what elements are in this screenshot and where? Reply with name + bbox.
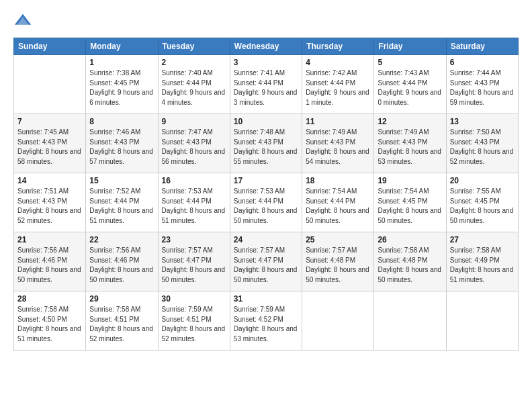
calendar-cell: 16Sunrise: 7:53 AMSunset: 4:44 PMDayligh… <box>158 173 230 232</box>
calendar-cell: 29Sunrise: 7:58 AMSunset: 4:51 PMDayligh… <box>86 291 158 351</box>
day-info: Sunrise: 7:44 AMSunset: 4:43 PMDaylight:… <box>450 68 515 107</box>
calendar-cell: 24Sunrise: 7:57 AMSunset: 4:47 PMDayligh… <box>230 232 302 291</box>
calendar-cell: 21Sunrise: 7:56 AMSunset: 4:46 PMDayligh… <box>14 232 86 291</box>
header-friday: Friday <box>374 38 446 55</box>
day-info: Sunrise: 7:55 AMSunset: 4:45 PMDaylight:… <box>450 187 515 226</box>
day-info: Sunrise: 7:45 AMSunset: 4:43 PMDaylight:… <box>17 128 82 167</box>
day-number: 30 <box>162 294 226 304</box>
day-info: Sunrise: 7:47 AMSunset: 4:43 PMDaylight:… <box>162 128 226 167</box>
calendar-cell: 18Sunrise: 7:54 AMSunset: 4:44 PMDayligh… <box>302 173 374 232</box>
calendar-cell <box>14 55 86 114</box>
day-info: Sunrise: 7:42 AMSunset: 4:44 PMDaylight:… <box>306 68 370 107</box>
day-info: Sunrise: 7:53 AMSunset: 4:44 PMDaylight:… <box>162 187 226 226</box>
day-info: Sunrise: 7:49 AMSunset: 4:43 PMDaylight:… <box>306 128 370 167</box>
calendar-cell: 1Sunrise: 7:38 AMSunset: 4:45 PMDaylight… <box>86 55 158 114</box>
day-number: 26 <box>378 235 442 244</box>
day-number: 6 <box>450 58 515 67</box>
day-number: 5 <box>378 58 442 67</box>
day-info: Sunrise: 7:57 AMSunset: 4:48 PMDaylight:… <box>306 246 370 285</box>
day-info: Sunrise: 7:50 AMSunset: 4:43 PMDaylight:… <box>450 128 515 167</box>
week-row-5: 28Sunrise: 7:58 AMSunset: 4:50 PMDayligh… <box>14 291 519 351</box>
day-number: 19 <box>378 176 442 185</box>
day-number: 15 <box>89 176 154 185</box>
day-number: 2 <box>162 58 226 67</box>
day-number: 12 <box>378 117 442 126</box>
day-number: 10 <box>234 117 298 126</box>
logo <box>13 12 35 31</box>
day-info: Sunrise: 7:59 AMSunset: 4:52 PMDaylight:… <box>234 305 298 344</box>
day-number: 3 <box>234 58 298 67</box>
calendar-cell: 4Sunrise: 7:42 AMSunset: 4:44 PMDaylight… <box>302 55 374 114</box>
day-number: 14 <box>17 176 82 185</box>
day-info: Sunrise: 7:54 AMSunset: 4:44 PMDaylight:… <box>306 187 370 226</box>
day-info: Sunrise: 7:52 AMSunset: 4:44 PMDaylight:… <box>89 187 154 226</box>
header-tuesday: Tuesday <box>158 38 230 55</box>
header-sunday: Sunday <box>14 38 86 55</box>
day-info: Sunrise: 7:46 AMSunset: 4:43 PMDaylight:… <box>89 128 154 167</box>
calendar-cell: 27Sunrise: 7:58 AMSunset: 4:49 PMDayligh… <box>446 232 518 291</box>
day-info: Sunrise: 7:49 AMSunset: 4:43 PMDaylight:… <box>378 128 442 167</box>
calendar-cell <box>374 291 446 351</box>
calendar-header-row: SundayMondayTuesdayWednesdayThursdayFrid… <box>14 38 519 55</box>
calendar-cell: 31Sunrise: 7:59 AMSunset: 4:52 PMDayligh… <box>230 291 302 351</box>
day-info: Sunrise: 7:53 AMSunset: 4:44 PMDaylight:… <box>234 187 298 226</box>
header-monday: Monday <box>86 38 158 55</box>
day-info: Sunrise: 7:56 AMSunset: 4:46 PMDaylight:… <box>17 246 82 285</box>
day-number: 11 <box>306 117 370 126</box>
calendar-cell: 19Sunrise: 7:54 AMSunset: 4:45 PMDayligh… <box>374 173 446 232</box>
day-number: 17 <box>234 176 298 185</box>
day-number: 7 <box>17 117 82 126</box>
day-number: 28 <box>17 294 82 304</box>
calendar-cell: 26Sunrise: 7:58 AMSunset: 4:48 PMDayligh… <box>374 232 446 291</box>
day-number: 24 <box>234 235 298 244</box>
calendar-cell: 30Sunrise: 7:59 AMSunset: 4:51 PMDayligh… <box>158 291 230 351</box>
calendar-cell: 14Sunrise: 7:51 AMSunset: 4:43 PMDayligh… <box>14 173 86 232</box>
day-info: Sunrise: 7:43 AMSunset: 4:44 PMDaylight:… <box>378 68 442 107</box>
calendar-cell: 22Sunrise: 7:56 AMSunset: 4:46 PMDayligh… <box>86 232 158 291</box>
day-info: Sunrise: 7:58 AMSunset: 4:48 PMDaylight:… <box>378 246 442 285</box>
calendar-cell: 25Sunrise: 7:57 AMSunset: 4:48 PMDayligh… <box>302 232 374 291</box>
day-info: Sunrise: 7:40 AMSunset: 4:44 PMDaylight:… <box>162 68 226 107</box>
day-number: 16 <box>162 176 226 185</box>
logo-icon <box>13 12 32 31</box>
day-info: Sunrise: 7:57 AMSunset: 4:47 PMDaylight:… <box>162 246 226 285</box>
calendar-cell: 23Sunrise: 7:57 AMSunset: 4:47 PMDayligh… <box>158 232 230 291</box>
day-info: Sunrise: 7:58 AMSunset: 4:50 PMDaylight:… <box>17 305 82 344</box>
day-number: 22 <box>89 235 154 244</box>
day-number: 21 <box>17 235 82 244</box>
day-info: Sunrise: 7:59 AMSunset: 4:51 PMDaylight:… <box>162 305 226 344</box>
day-number: 20 <box>450 176 515 185</box>
calendar-cell: 13Sunrise: 7:50 AMSunset: 4:43 PMDayligh… <box>446 114 518 173</box>
day-number: 4 <box>306 58 370 67</box>
header-saturday: Saturday <box>446 38 518 55</box>
week-row-4: 21Sunrise: 7:56 AMSunset: 4:46 PMDayligh… <box>14 232 519 291</box>
day-number: 27 <box>450 235 515 244</box>
day-info: Sunrise: 7:48 AMSunset: 4:43 PMDaylight:… <box>234 128 298 167</box>
calendar-cell: 3Sunrise: 7:41 AMSunset: 4:44 PMDaylight… <box>230 55 302 114</box>
calendar-cell: 15Sunrise: 7:52 AMSunset: 4:44 PMDayligh… <box>86 173 158 232</box>
day-info: Sunrise: 7:58 AMSunset: 4:51 PMDaylight:… <box>89 305 154 344</box>
calendar-cell: 6Sunrise: 7:44 AMSunset: 4:43 PMDaylight… <box>446 55 518 114</box>
header-wednesday: Wednesday <box>230 38 302 55</box>
calendar-cell: 28Sunrise: 7:58 AMSunset: 4:50 PMDayligh… <box>14 291 86 351</box>
header-thursday: Thursday <box>302 38 374 55</box>
day-number: 31 <box>234 294 298 304</box>
calendar: SundayMondayTuesdayWednesdayThursdayFrid… <box>13 38 519 351</box>
calendar-cell: 2Sunrise: 7:40 AMSunset: 4:44 PMDaylight… <box>158 55 230 114</box>
calendar-cell: 20Sunrise: 7:55 AMSunset: 4:45 PMDayligh… <box>446 173 518 232</box>
day-info: Sunrise: 7:41 AMSunset: 4:44 PMDaylight:… <box>234 68 298 107</box>
calendar-cell <box>302 291 374 351</box>
calendar-cell: 8Sunrise: 7:46 AMSunset: 4:43 PMDaylight… <box>86 114 158 173</box>
day-info: Sunrise: 7:57 AMSunset: 4:47 PMDaylight:… <box>234 246 298 285</box>
calendar-cell: 7Sunrise: 7:45 AMSunset: 4:43 PMDaylight… <box>14 114 86 173</box>
day-number: 1 <box>89 58 154 67</box>
calendar-cell <box>446 291 518 351</box>
day-number: 18 <box>306 176 370 185</box>
calendar-cell: 9Sunrise: 7:47 AMSunset: 4:43 PMDaylight… <box>158 114 230 173</box>
day-info: Sunrise: 7:38 AMSunset: 4:45 PMDaylight:… <box>89 68 154 107</box>
day-number: 25 <box>306 235 370 244</box>
day-info: Sunrise: 7:56 AMSunset: 4:46 PMDaylight:… <box>89 246 154 285</box>
day-number: 23 <box>162 235 226 244</box>
day-number: 9 <box>162 117 226 126</box>
day-info: Sunrise: 7:54 AMSunset: 4:45 PMDaylight:… <box>378 187 442 226</box>
